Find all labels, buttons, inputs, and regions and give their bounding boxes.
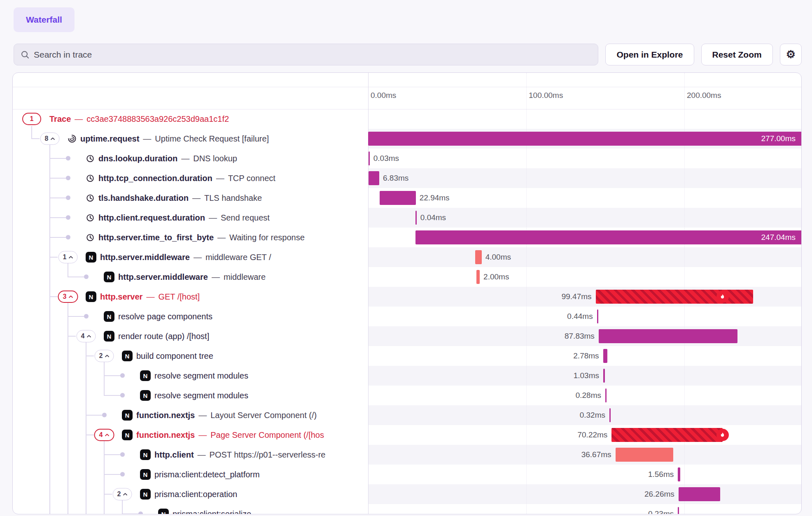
tree-down-line <box>68 263 68 267</box>
span-subtitle: TCP connect <box>228 174 275 183</box>
duration-bar[interactable] <box>368 132 802 146</box>
span-row[interactable]: tls.handshake.duration—TLS handshake <box>13 188 368 208</box>
duration-bar[interactable] <box>596 290 753 304</box>
span-row[interactable]: Nprisma:client:detect_platform <box>13 465 368 484</box>
nextjs-icon: N <box>140 469 151 480</box>
expand-pill[interactable]: 1 <box>58 251 78 263</box>
search-input[interactable] <box>34 50 591 60</box>
span-row[interactable]: Nfunction.nextjs—Layout Server Component… <box>13 405 368 425</box>
tree-leaf-dot <box>66 235 70 239</box>
duration-bar[interactable] <box>597 309 598 323</box>
duration-bar[interactable] <box>599 329 737 343</box>
chevron-up-icon <box>123 493 127 496</box>
nextjs-icon: N <box>104 311 114 322</box>
row-background <box>368 168 801 188</box>
child-count: 2 <box>117 490 121 498</box>
duration-bar[interactable] <box>679 487 720 501</box>
tree-guide-line <box>68 366 68 386</box>
span-row[interactable]: 3Nhttp.server—GET /[host] <box>13 287 368 307</box>
profile-flame-icon[interactable] <box>716 291 729 303</box>
duration-bar[interactable] <box>603 369 605 383</box>
expand-pill[interactable]: 3 <box>58 291 78 303</box>
span-row[interactable]: Nresolve page components <box>13 307 368 326</box>
search-bar[interactable] <box>14 44 598 65</box>
tree-guide-line <box>86 386 86 405</box>
duration-label: 1.03ms <box>517 366 599 386</box>
span-row[interactable]: 2Nbuild component tree <box>13 346 368 366</box>
span-row[interactable]: 4Nfunction.nextjs—Page Server Component … <box>13 425 368 445</box>
duration-bar[interactable] <box>369 151 370 165</box>
duration-bar[interactable] <box>611 428 723 442</box>
profile-flame-icon[interactable] <box>716 429 729 441</box>
tab-waterfall[interactable]: Waterfall <box>14 7 75 32</box>
tree-guide-line <box>49 465 50 484</box>
trace-row[interactable]: 1Trace—cc3ae3748883563a926c253d9aa1c1f2 <box>13 109 368 129</box>
tree-guide-line <box>49 484 50 504</box>
tree-guide-line <box>49 326 50 346</box>
span-name: http.client <box>154 450 194 460</box>
span-subtitle: middleware GET / <box>205 253 271 262</box>
span-row[interactable]: 4Nrender route (app) /[host] <box>13 326 368 346</box>
duration-bar[interactable] <box>678 467 680 481</box>
span-row[interactable]: 1Nhttp.server.middleware—middleware GET … <box>13 247 368 267</box>
duration-bar[interactable] <box>616 448 674 462</box>
tree-leaf-dot <box>66 215 70 220</box>
duration-bar[interactable] <box>415 230 802 244</box>
tree-guide-line <box>68 346 68 366</box>
span-row[interactable]: Nresolve segment modules <box>13 366 368 386</box>
span-row[interactable]: 2Nprisma:client:operation <box>13 484 368 504</box>
expand-pill[interactable]: 8 <box>40 132 60 145</box>
chevron-up-icon <box>105 433 109 437</box>
dash-separator: — <box>194 253 202 262</box>
duration-bar[interactable] <box>475 250 481 264</box>
expand-pill[interactable]: 1 <box>22 113 41 125</box>
tree-leaf-dot <box>102 413 107 417</box>
child-count: 2 <box>99 352 103 360</box>
tree-leaf-dot <box>66 176 70 180</box>
duration-bar[interactable] <box>678 507 679 514</box>
open-in-explore-button[interactable]: Open in Explore <box>605 44 694 65</box>
tree-guide-line <box>49 445 50 465</box>
dash-separator: — <box>212 272 220 282</box>
nextjs-icon: N <box>122 410 133 421</box>
duration-label: 277.00ms <box>761 129 796 149</box>
duration-bar[interactable] <box>609 408 611 422</box>
child-count: 1 <box>30 115 34 123</box>
span-row[interactable]: 8uptime.request—Uptime Check Request [fa… <box>13 129 368 149</box>
span-row[interactable]: Nhttp.client—POST https://p01--serverles… <box>13 445 368 465</box>
duration-bar[interactable] <box>380 191 416 205</box>
expand-pill[interactable]: 4 <box>94 429 114 441</box>
clock-icon <box>86 213 95 222</box>
duration-bar[interactable] <box>605 388 607 402</box>
toolbar: Open in Explore Reset Zoom ⚙ <box>14 44 802 65</box>
tree-leaf-dot <box>120 472 125 476</box>
chevron-up-icon <box>68 295 73 298</box>
tree-guide-line <box>49 346 50 366</box>
span-row[interactable]: http.client.request.duration—Send reques… <box>13 208 368 228</box>
reset-zoom-button[interactable]: Reset Zoom <box>701 44 773 65</box>
span-row[interactable]: dns.lookup.duration—DNS lookup <box>13 149 368 168</box>
expand-pill[interactable]: 4 <box>77 330 96 342</box>
expand-pill[interactable]: 2 <box>113 488 132 500</box>
duration-bar[interactable] <box>415 211 417 225</box>
row-background <box>368 247 801 267</box>
duration-bar[interactable] <box>603 349 608 363</box>
span-row[interactable]: Nhttp.server.middleware—middleware <box>13 267 368 287</box>
settings-button[interactable]: ⚙ <box>780 44 802 65</box>
dash-separator: — <box>146 292 154 302</box>
duration-bar[interactable] <box>369 171 379 185</box>
span-row[interactable]: http.server.time_to_first_byte—Waiting f… <box>13 228 368 247</box>
tree-connector <box>104 494 112 495</box>
duration-label: 6.83ms <box>383 168 408 188</box>
span-row[interactable]: Nresolve segment modules <box>13 386 368 405</box>
span-subtitle: Page Server Component (/[hos <box>210 430 324 440</box>
expand-pill[interactable]: 2 <box>95 350 114 362</box>
duration-label: 70.22ms <box>525 425 607 445</box>
time-axis-label: 0.00ms <box>371 91 396 100</box>
duration-bar[interactable] <box>476 270 480 284</box>
duration-label: 1.56ms <box>591 465 674 484</box>
span-description: Nprisma:client:operation <box>140 484 237 504</box>
span-row[interactable]: http.tcp_connection.duration—TCP connect <box>13 168 368 188</box>
span-row[interactable]: Nprisma:client:serialize <box>13 504 368 514</box>
tree-down-line <box>49 145 50 149</box>
